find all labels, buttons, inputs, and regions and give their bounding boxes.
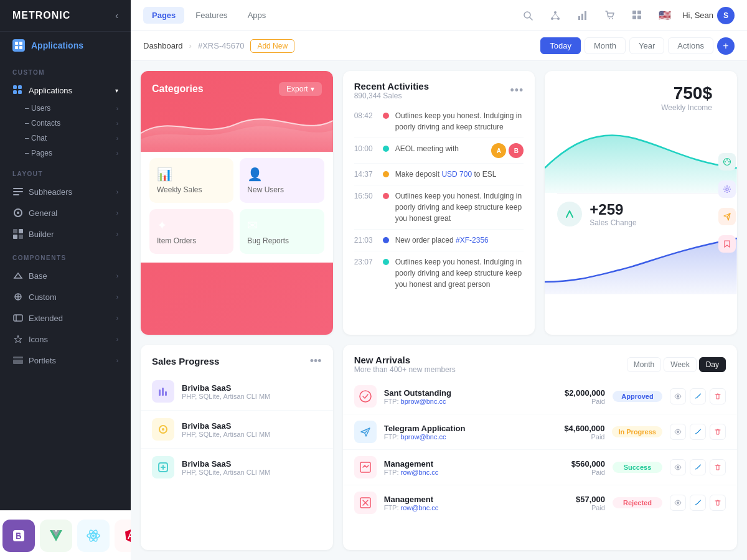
arrivals-week-button[interactable]: Week <box>664 357 696 372</box>
sidebar-item-subheaders[interactable]: Subheaders › <box>0 181 131 202</box>
period-today-button[interactable]: Today <box>540 37 581 54</box>
breadcrumb-id: #XRS-45670 <box>198 41 244 50</box>
action-edit-1[interactable] <box>690 424 706 440</box>
breadcrumb-bar: Dashboard › #XRS-45670 Add New Today Mon… <box>131 31 747 61</box>
svg-rect-3 <box>19 46 22 49</box>
arrivals-title: New Arrivals <box>354 355 456 365</box>
arrivals-ftp-2: FTP: row@bnc.cc <box>384 469 542 476</box>
sales-sub-2: PHP, SQLite, Artisan CLI MM <box>182 469 322 476</box>
bookmark-icon[interactable] <box>718 235 736 253</box>
sidebar-item-base[interactable]: Base › <box>0 265 131 286</box>
arrivals-actions-2 <box>670 459 726 475</box>
sidebar-dashboard-item[interactable]: Applications <box>0 32 131 59</box>
cart-icon[interactable] <box>600 6 620 26</box>
chart-icon[interactable] <box>573 6 593 26</box>
sidebar-item-builder[interactable]: Builder › <box>0 223 131 245</box>
status-badge-2: Success <box>613 462 662 473</box>
svg-rect-8 <box>13 188 23 189</box>
activity-time: 16:50 <box>354 190 377 200</box>
sidebar-item-users[interactable]: – Users › <box>0 101 131 116</box>
activities-title: Recent Activities <box>354 81 429 91</box>
user-avatar[interactable]: S <box>717 7 735 24</box>
activities-menu-icon[interactable]: ••• <box>510 84 524 97</box>
tab-apps[interactable]: Apps <box>239 7 275 24</box>
action-edit-3[interactable] <box>690 495 706 511</box>
activity-time: 10:00 <box>354 143 377 153</box>
weekly-income-chart <box>545 118 737 193</box>
contacts-chevron-icon: › <box>116 120 118 127</box>
palette-icon[interactable] <box>718 153 736 170</box>
sidebar-item-general[interactable]: General › <box>0 202 131 223</box>
export-button[interactable]: Export ▾ <box>279 82 322 96</box>
action-delete-3[interactable] <box>710 495 726 511</box>
sidebar-item-portlets[interactable]: Portlets › <box>0 350 131 371</box>
action-edit-0[interactable] <box>690 388 706 404</box>
activity-text: Outlines keep you honest. Indulging in p… <box>395 256 524 290</box>
arrivals-name-2: Management <box>384 459 542 469</box>
activity-dot-teal <box>383 146 389 152</box>
bootstrap-icon[interactable] <box>2 520 35 552</box>
portlets-label: Portlets <box>29 356 56 365</box>
weekly-income-section: 750$ Weekly Income <box>545 71 737 118</box>
svg-rect-41 <box>632 11 636 14</box>
dashboard-label: Applications <box>31 40 83 50</box>
action-view-3[interactable] <box>670 495 686 511</box>
activity-item-1650: 16:50 Outlines keep you honest. Indulgin… <box>354 185 524 230</box>
period-year-button[interactable]: Year <box>629 37 664 54</box>
sidebar-item-icons[interactable]: Icons › <box>0 329 131 350</box>
action-view-0[interactable] <box>670 388 686 404</box>
tab-features[interactable]: Features <box>187 7 236 24</box>
arrivals-paid-2: Paid <box>549 469 605 476</box>
sidebar-item-chat[interactable]: – Chat › <box>0 131 131 146</box>
sales-progress-menu-icon[interactable]: ••• <box>310 355 322 368</box>
add-new-button[interactable]: Add New <box>250 39 294 53</box>
chat-chevron-icon: › <box>116 135 118 142</box>
sales-progress-title: Sales Progress <box>152 356 219 366</box>
angular-icon[interactable] <box>115 520 131 552</box>
grid-icon[interactable] <box>627 6 647 26</box>
gear-icon[interactable] <box>718 180 736 198</box>
svg-rect-6 <box>13 90 17 94</box>
content-area: Categories Export ▾ <box>131 61 747 560</box>
activities-subtitle: 890,344 Sales <box>354 91 429 100</box>
vue-icon[interactable] <box>40 520 72 552</box>
action-delete-0[interactable] <box>710 388 726 404</box>
arrivals-ftp-1: FTP: bprow@bnc.cc <box>384 433 542 441</box>
action-delete-1[interactable] <box>710 424 726 440</box>
sales-sub-1: PHP, SQLite, Artisan CLI MM <box>182 431 322 438</box>
action-delete-2[interactable] <box>710 459 726 475</box>
action-view-2[interactable] <box>670 459 686 475</box>
activity-text: New order placed #XF-2356 <box>395 235 524 246</box>
arrivals-month-button[interactable]: Month <box>627 357 661 372</box>
arrivals-price-1: $4,600,000 <box>548 424 604 433</box>
flag-icon[interactable]: 🇺🇸 <box>655 6 675 26</box>
add-circle-button[interactable]: + <box>717 37 735 55</box>
action-edit-2[interactable] <box>690 459 706 475</box>
sidebar-item-pages[interactable]: – Pages › <box>0 146 131 161</box>
tab-pages[interactable]: Pages <box>143 7 184 24</box>
subheaders-label: Subheaders <box>29 187 72 197</box>
send-icon[interactable] <box>718 208 736 225</box>
general-chevron-icon: › <box>116 210 118 217</box>
svg-rect-0 <box>15 42 18 45</box>
sidebar-item-applications[interactable]: Applications ▾ <box>0 80 131 101</box>
sales-item-2: Briviba SaaS PHP, SQLite, Artisan CLI MM <box>141 449 333 486</box>
sidebar-item-contacts[interactable]: – Contacts › <box>0 116 131 131</box>
icons-nav-label: Icons <box>29 335 48 344</box>
search-icon[interactable] <box>518 6 538 26</box>
action-view-1[interactable] <box>670 424 686 440</box>
sidebar-section-layout: LAYOUT <box>0 161 131 181</box>
sidebar-item-extended[interactable]: Extended › <box>0 307 131 329</box>
network-icon[interactable] <box>545 6 565 26</box>
sidebar-item-custom[interactable]: Custom › <box>0 286 131 307</box>
sales-info-0: Briviba SaaS PHP, SQLite, Artisan CLI MM <box>182 383 322 400</box>
builder-label: Builder <box>29 230 54 239</box>
react-icon[interactable] <box>77 520 110 552</box>
actions-button[interactable]: Actions <box>668 37 713 54</box>
subheaders-chevron-icon: › <box>116 189 118 195</box>
sidebar-collapse-icon[interactable]: ‹ <box>115 11 118 21</box>
categories-card: Categories Export ▾ <box>141 71 333 335</box>
arrivals-day-button[interactable]: Day <box>699 357 726 372</box>
period-month-button[interactable]: Month <box>585 37 626 54</box>
weekly-sales-icon: 📊 <box>157 167 226 182</box>
